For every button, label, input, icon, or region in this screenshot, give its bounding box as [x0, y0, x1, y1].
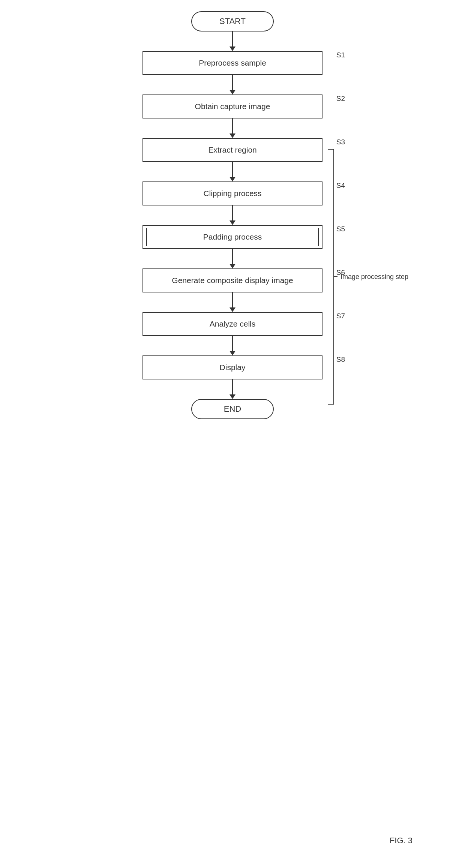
step-label-s4: S4 — [336, 181, 345, 190]
arrow-line — [232, 292, 233, 307]
start-node: START — [191, 11, 274, 31]
bracket-svg — [326, 138, 338, 415]
step-label-s1: S1 — [336, 51, 345, 59]
step-row-s8: S8 Display — [142, 355, 322, 379]
arrow-head — [230, 394, 236, 399]
step-s8-box: Display — [142, 355, 322, 379]
step-label-s2: S2 — [336, 94, 345, 103]
arrow-to-s1 — [230, 31, 236, 51]
step-label-s6: S6 — [336, 268, 345, 277]
arrow-to-s6 — [230, 249, 236, 268]
diagram-container: START S1 Preprocess sample S2 Obtain cap… — [0, 0, 465, 868]
arrow-line — [232, 75, 233, 90]
step-row-s4: S4 Clipping process — [142, 181, 322, 205]
arrow-to-s7 — [230, 292, 236, 312]
figure-label: FIG. 3 — [390, 836, 412, 846]
arrow-head — [230, 307, 236, 312]
step-row-s6: S6 Generate composite display image — [142, 268, 322, 292]
arrow-to-end — [230, 379, 236, 399]
step-row-s2: S2 Obtain capture image — [142, 94, 322, 118]
step-row-s1: S1 Preprocess sample — [142, 51, 322, 75]
step-label-s8: S8 — [336, 355, 345, 364]
step-label-s5: S5 — [336, 225, 345, 233]
arrow-to-s8 — [230, 336, 236, 355]
arrow-line — [232, 31, 233, 46]
bracket-container: Image processing step — [326, 138, 408, 415]
arrow-head — [230, 220, 236, 225]
step-s1-box: Preprocess sample — [142, 51, 322, 75]
arrow-to-s5 — [230, 205, 236, 225]
bracket-label: Image processing step — [340, 273, 408, 281]
arrow-line — [232, 205, 233, 220]
arrow-head — [230, 177, 236, 181]
arrow-to-s4 — [230, 162, 236, 181]
step-s6-box: Generate composite display image — [142, 268, 322, 292]
step-label-s7: S7 — [336, 312, 345, 320]
step-row-s7: S7 Analyze cells — [142, 312, 322, 336]
arrow-to-s2 — [230, 75, 236, 94]
arrow-head — [230, 46, 236, 51]
arrow-line — [232, 249, 233, 264]
arrow-line — [232, 118, 233, 133]
flowchart: START S1 Preprocess sample S2 Obtain cap… — [128, 11, 338, 419]
arrow-head — [230, 351, 236, 355]
arrow-head — [230, 264, 236, 268]
step-row-s5: S5 Padding process — [142, 225, 322, 249]
step-s3-box: Extract region — [142, 138, 322, 162]
arrow-head — [230, 90, 236, 94]
step-s2-box: Obtain capture image — [142, 94, 322, 118]
end-node: END — [191, 399, 274, 419]
arrow-head — [230, 133, 236, 138]
step-row-s3: S3 Extract region Image processing step — [142, 138, 322, 162]
arrow-line — [232, 379, 233, 394]
arrow-line — [232, 336, 233, 351]
step-s7-box: Analyze cells — [142, 312, 322, 336]
step-s5-box: Padding process — [142, 225, 322, 249]
arrow-to-s3 — [230, 118, 236, 138]
step-s4-box: Clipping process — [142, 181, 322, 205]
arrow-line — [232, 162, 233, 177]
